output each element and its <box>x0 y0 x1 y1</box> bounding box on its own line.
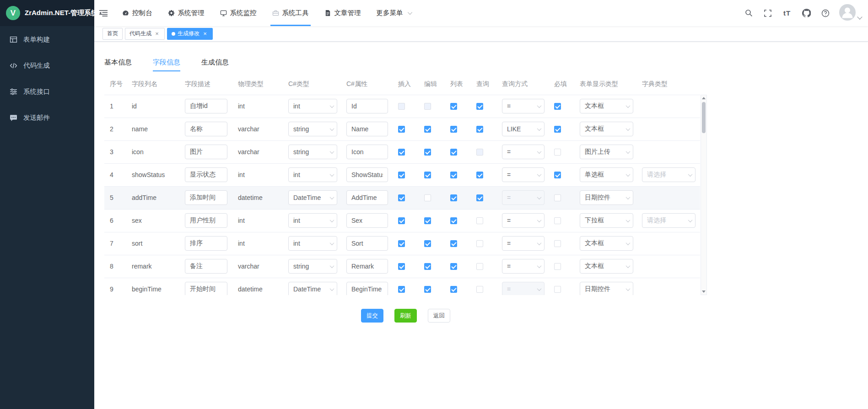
display-type-select[interactable]: 下拉框 <box>580 213 633 228</box>
field-description-input[interactable] <box>185 213 227 228</box>
refresh-button[interactable]: 刷新 <box>394 309 417 323</box>
edit-checkbox[interactable] <box>424 172 431 178</box>
query-method-select[interactable]: = <box>502 145 545 159</box>
display-type-select[interactable]: 日期控件 <box>580 282 633 295</box>
help-icon[interactable] <box>817 4 834 22</box>
github-icon[interactable] <box>798 4 815 22</box>
tag-home[interactable]: 首页 <box>102 28 123 40</box>
query-method-select[interactable]: = <box>502 236 545 251</box>
list-checkbox[interactable] <box>450 240 457 247</box>
nav-item-system-management[interactable]: 系统管理 <box>160 0 212 26</box>
required-checkbox[interactable] <box>554 149 561 156</box>
menu-fold-icon[interactable] <box>94 0 113 26</box>
back-button[interactable]: 返回 <box>428 309 450 323</box>
field-description-input[interactable] <box>185 167 227 182</box>
csharp-property-input[interactable] <box>346 145 388 159</box>
query-checkbox[interactable] <box>476 126 483 133</box>
insert-checkbox[interactable] <box>398 263 405 270</box>
edit-checkbox[interactable] <box>424 263 431 270</box>
list-checkbox[interactable] <box>450 194 457 201</box>
list-checkbox[interactable] <box>450 103 457 110</box>
sidebar-item-send-mail[interactable]: 发送邮件 <box>0 105 94 131</box>
dict-type-select[interactable]: 请选择 <box>642 167 695 182</box>
required-checkbox[interactable] <box>554 263 561 270</box>
field-description-input[interactable] <box>185 236 227 251</box>
nav-item-system-tools[interactable]: 系统工具 <box>264 0 317 26</box>
csharp-type-select[interactable]: int <box>288 167 337 182</box>
required-checkbox[interactable] <box>554 172 561 178</box>
query-checkbox[interactable] <box>476 286 483 293</box>
font-size-icon[interactable]: tT <box>778 4 796 22</box>
insert-checkbox[interactable] <box>398 217 405 224</box>
insert-checkbox[interactable] <box>398 286 405 293</box>
display-type-select[interactable]: 文本框 <box>580 99 633 113</box>
csharp-type-select[interactable]: string <box>288 145 337 159</box>
edit-checkbox[interactable] <box>424 149 431 156</box>
query-method-select[interactable]: = <box>502 259 545 274</box>
csharp-type-select[interactable]: string <box>288 259 337 274</box>
edit-checkbox[interactable] <box>424 286 431 293</box>
scrollbar-track[interactable] <box>701 101 706 289</box>
tag-generate-modify[interactable]: 生成修改 × <box>167 28 213 40</box>
list-checkbox[interactable] <box>450 217 457 224</box>
sidebar-item-system-api[interactable]: 系统接口 <box>0 79 94 105</box>
tag-code-generation[interactable]: 代码生成 × <box>125 28 165 40</box>
csharp-type-select[interactable]: DateTime <box>288 190 337 205</box>
list-checkbox[interactable] <box>450 263 457 270</box>
sidebar-item-form-builder[interactable]: 表单构建 <box>0 27 94 53</box>
dict-type-select[interactable]: 请选择 <box>642 213 695 228</box>
query-method-select[interactable]: = <box>502 99 545 113</box>
nav-item-system-monitor[interactable]: 系统监控 <box>212 0 264 26</box>
tab-basic-info[interactable]: 基本信息 <box>104 53 132 71</box>
user-menu[interactable] <box>839 4 862 22</box>
query-checkbox[interactable] <box>476 217 483 224</box>
csharp-property-input[interactable] <box>346 190 388 205</box>
required-checkbox[interactable] <box>554 194 561 201</box>
list-checkbox[interactable] <box>450 286 457 293</box>
nav-item-more-menus[interactable]: 更多菜单 <box>369 0 420 26</box>
nav-item-console[interactable]: 控制台 <box>114 0 160 26</box>
edit-checkbox[interactable] <box>424 126 431 133</box>
field-description-input[interactable] <box>185 259 227 274</box>
csharp-type-select[interactable]: int <box>288 213 337 228</box>
insert-checkbox[interactable] <box>398 172 405 178</box>
list-checkbox[interactable] <box>450 172 457 178</box>
csharp-type-select[interactable]: int <box>288 99 337 113</box>
query-method-select[interactable]: LIKE <box>502 122 545 136</box>
display-type-select[interactable]: 文本框 <box>580 236 633 251</box>
field-description-input[interactable] <box>185 282 227 295</box>
list-checkbox[interactable] <box>450 149 457 156</box>
csharp-property-input[interactable] <box>346 236 388 251</box>
insert-checkbox[interactable] <box>398 126 405 133</box>
csharp-type-select[interactable]: int <box>288 236 337 251</box>
close-icon[interactable]: × <box>154 31 160 37</box>
display-type-select[interactable]: 日期控件 <box>580 190 633 205</box>
query-checkbox[interactable] <box>476 263 483 270</box>
field-description-input[interactable] <box>185 190 227 205</box>
insert-checkbox[interactable] <box>398 240 405 247</box>
field-description-input[interactable] <box>185 145 227 159</box>
required-checkbox[interactable] <box>554 286 561 293</box>
scrollbar-down-arrow[interactable] <box>701 289 706 295</box>
required-checkbox[interactable] <box>554 240 561 247</box>
query-method-select[interactable]: = <box>502 167 545 182</box>
csharp-type-select[interactable]: string <box>288 122 337 136</box>
csharp-property-input[interactable] <box>346 122 388 136</box>
required-checkbox[interactable] <box>554 126 561 133</box>
table-scrollbar[interactable] <box>701 95 707 295</box>
query-checkbox[interactable] <box>476 240 483 247</box>
close-icon[interactable]: × <box>202 31 208 37</box>
query-checkbox[interactable] <box>476 103 483 110</box>
csharp-type-select[interactable]: DateTime <box>288 282 337 295</box>
sidebar-item-code-generation[interactable]: 代码生成 <box>0 53 94 79</box>
field-description-input[interactable] <box>185 99 227 113</box>
csharp-property-input[interactable] <box>346 167 388 182</box>
query-method-select[interactable]: = <box>502 213 545 228</box>
edit-checkbox[interactable] <box>424 240 431 247</box>
edit-checkbox[interactable] <box>424 194 431 201</box>
csharp-property-input[interactable] <box>346 213 388 228</box>
field-description-input[interactable] <box>185 122 227 136</box>
required-checkbox[interactable] <box>554 103 561 110</box>
display-type-select[interactable]: 文本框 <box>580 259 633 274</box>
insert-checkbox[interactable] <box>398 194 405 201</box>
